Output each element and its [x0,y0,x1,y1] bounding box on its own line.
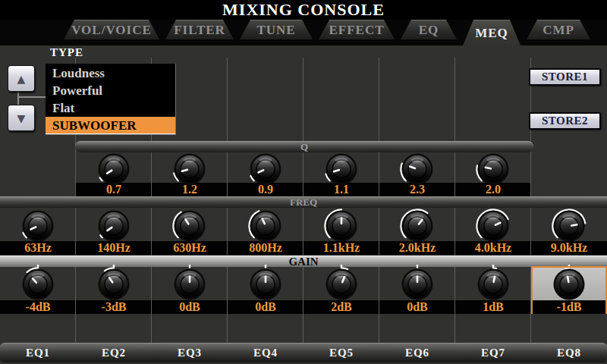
tab-effect[interactable]: EFFECT [319,20,395,39]
gain-value-eq7: 1dB [457,300,530,314]
channel-label-eq1: EQ1 [0,344,76,362]
tab-label: VOL/VOICE [71,23,152,38]
tab-cmp[interactable]: CMP [527,20,590,39]
channel-label-eq4: EQ4 [228,344,304,362]
gain-value-eq6: 0dB [381,300,454,314]
gain-value-eq8: -1dB [533,300,605,314]
type-down-button[interactable]: ▼ [8,105,35,131]
freq-knob-eq4[interactable] [246,206,285,246]
tab-label: EQ [419,23,439,38]
q-value-eq6: 2.3 [381,183,454,196]
down-arrow-icon: ▼ [17,112,26,124]
freq-value-eq6: 2.0kHz [381,241,454,255]
gain-knob-eq4[interactable] [246,265,285,304]
gain-value-eq3: 0dB [153,300,226,314]
store1-button[interactable]: STORE1 [529,68,601,86]
channel-bar: EQ1EQ2EQ3EQ4EQ5EQ6EQ7EQ8 [0,343,607,362]
page-title: MIXING CONSOLE [222,0,385,20]
q-value-eq5: 1.1 [305,183,378,196]
gain-value-eq5: 2dB [305,300,378,314]
channel-label-eq3: EQ3 [152,344,228,362]
meq-panel: TYPE LoudnessPowerfulFlatSUBWOOFER ▲ ▼ S… [0,46,607,364]
freq-knob-eq3[interactable] [170,206,209,246]
type-option-powerful[interactable]: Powerful [46,82,175,99]
q-value-eq3: 1.2 [153,183,226,196]
store2-button[interactable]: STORE2 [529,112,601,130]
channel-label-eq6: EQ6 [379,344,455,362]
channel-label-eq7: EQ7 [455,344,531,362]
gain-knob-eq1[interactable] [18,265,58,304]
title-bar: MIXING CONSOLE [0,0,607,20]
eq-type-list: LoudnessPowerfulFlatSUBWOOFER [46,64,176,135]
channel-label-eq8: EQ8 [531,344,607,362]
tab-eq[interactable]: EQ [401,20,457,39]
gain-value-eq2: -3dB [77,300,150,314]
type-option-loudness[interactable]: Loudness [46,64,175,82]
channel-label-eq5: EQ5 [304,344,379,362]
q-value-eq4: 0.9 [229,183,302,196]
freq-knob-eq1[interactable] [18,206,58,246]
freq-knob-eq7[interactable] [473,206,513,246]
gain-knob-eq8[interactable] [549,265,589,304]
tab-vol-voice[interactable]: VOL/VOICE [64,20,159,39]
type-up-button[interactable]: ▲ [8,65,35,92]
tab-tune[interactable]: TUNE [240,20,313,39]
gain-knob-eq7[interactable] [473,265,513,304]
freq-section-bar: FREQ [0,196,607,208]
freq-value-eq7: 4.0kHz [457,241,530,255]
gain-knob-eq3[interactable] [170,265,209,304]
freq-knob-eq2[interactable] [94,206,134,246]
tab-label: EFFECT [329,23,384,38]
q-value-eq2: 0.7 [77,183,150,196]
gain-value-eq4: 0dB [229,300,302,314]
tab-label: CMP [543,23,574,38]
freq-value-eq4: 800Hz [229,241,302,255]
freq-value-eq3: 630Hz [153,241,226,255]
tab-label: TUNE [256,23,295,38]
type-option-flat[interactable]: Flat [46,99,175,117]
tab-label: FILTER [174,23,225,38]
freq-value-eq8: 9.0kHz [533,241,605,255]
tab-filter[interactable]: FILTER [165,20,234,39]
bracket-line [19,96,46,98]
q-section-bar: Q [75,141,533,152]
freq-knob-eq8[interactable] [549,206,589,246]
bracket-line [17,91,19,105]
q-value-eq7: 2.0 [457,183,530,196]
tab-label: MEQ [475,26,508,41]
channel-label-eq2: EQ2 [76,344,152,362]
tab-meq[interactable]: MEQ [463,20,521,46]
gain-section-bar: GAIN [0,256,607,267]
type-label: TYPE [50,46,83,59]
gain-knob-eq6[interactable] [398,265,437,304]
freq-knob-eq5[interactable] [322,206,361,246]
gain-value-eq1: -4dB [2,300,74,314]
freq-knob-eq6[interactable] [398,206,437,246]
up-arrow-icon: ▲ [17,73,26,85]
gain-knob-eq5[interactable] [322,265,361,304]
mixing-console-screen: MIXING CONSOLE VOL/VOICEFILTERTUNEEFFECT… [0,0,607,364]
freq-value-eq1: 63Hz [2,241,74,255]
type-option-subwoofer[interactable]: SUBWOOFER [46,117,175,134]
freq-value-eq2: 140Hz [77,241,150,255]
tab-row: VOL/VOICEFILTERTUNEEFFECTEQMEQCMP [0,20,607,46]
freq-value-eq5: 1.1kHz [305,241,378,255]
gain-knob-eq2[interactable] [94,265,134,304]
